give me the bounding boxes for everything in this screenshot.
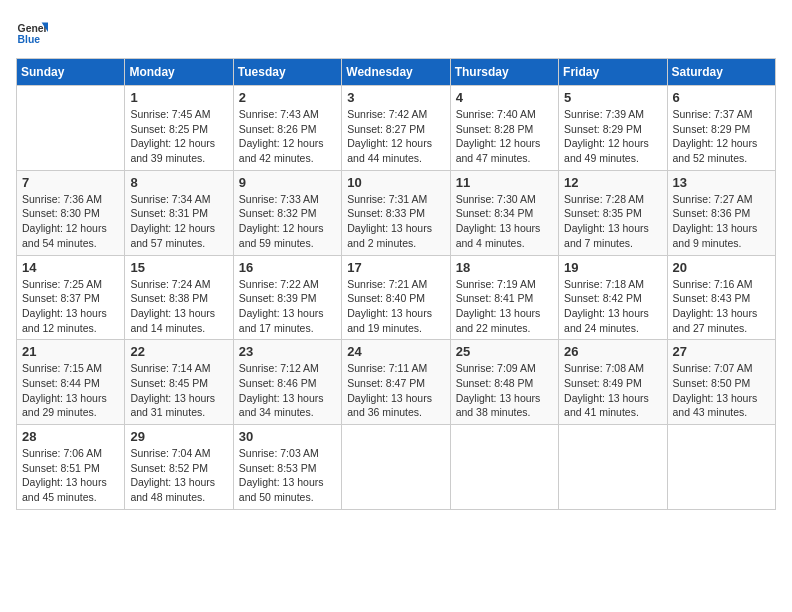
day-number: 23 xyxy=(239,344,336,359)
day-number: 3 xyxy=(347,90,444,105)
day-number: 6 xyxy=(673,90,770,105)
day-number: 17 xyxy=(347,260,444,275)
header: General Blue xyxy=(16,16,776,48)
calendar-cell xyxy=(17,86,125,171)
column-header-tuesday: Tuesday xyxy=(233,59,341,86)
calendar-cell xyxy=(450,425,558,510)
day-number: 4 xyxy=(456,90,553,105)
day-info: Sunrise: 7:06 AMSunset: 8:51 PMDaylight:… xyxy=(22,446,119,505)
day-info: Sunrise: 7:22 AMSunset: 8:39 PMDaylight:… xyxy=(239,277,336,336)
day-number: 22 xyxy=(130,344,227,359)
day-number: 16 xyxy=(239,260,336,275)
day-info: Sunrise: 7:39 AMSunset: 8:29 PMDaylight:… xyxy=(564,107,661,166)
day-number: 26 xyxy=(564,344,661,359)
day-number: 15 xyxy=(130,260,227,275)
column-header-thursday: Thursday xyxy=(450,59,558,86)
calendar-cell: 10Sunrise: 7:31 AMSunset: 8:33 PMDayligh… xyxy=(342,170,450,255)
calendar-cell: 12Sunrise: 7:28 AMSunset: 8:35 PMDayligh… xyxy=(559,170,667,255)
day-number: 18 xyxy=(456,260,553,275)
day-info: Sunrise: 7:34 AMSunset: 8:31 PMDaylight:… xyxy=(130,192,227,251)
calendar-cell: 18Sunrise: 7:19 AMSunset: 8:41 PMDayligh… xyxy=(450,255,558,340)
calendar-cell: 1Sunrise: 7:45 AMSunset: 8:25 PMDaylight… xyxy=(125,86,233,171)
calendar-cell: 20Sunrise: 7:16 AMSunset: 8:43 PMDayligh… xyxy=(667,255,775,340)
day-number: 14 xyxy=(22,260,119,275)
day-info: Sunrise: 7:43 AMSunset: 8:26 PMDaylight:… xyxy=(239,107,336,166)
calendar-cell: 8Sunrise: 7:34 AMSunset: 8:31 PMDaylight… xyxy=(125,170,233,255)
week-row-2: 7Sunrise: 7:36 AMSunset: 8:30 PMDaylight… xyxy=(17,170,776,255)
day-info: Sunrise: 7:27 AMSunset: 8:36 PMDaylight:… xyxy=(673,192,770,251)
day-info: Sunrise: 7:45 AMSunset: 8:25 PMDaylight:… xyxy=(130,107,227,166)
day-number: 27 xyxy=(673,344,770,359)
week-row-5: 28Sunrise: 7:06 AMSunset: 8:51 PMDayligh… xyxy=(17,425,776,510)
column-header-sunday: Sunday xyxy=(17,59,125,86)
day-number: 10 xyxy=(347,175,444,190)
calendar-cell xyxy=(667,425,775,510)
calendar-cell: 21Sunrise: 7:15 AMSunset: 8:44 PMDayligh… xyxy=(17,340,125,425)
day-number: 1 xyxy=(130,90,227,105)
calendar-cell xyxy=(559,425,667,510)
day-info: Sunrise: 7:03 AMSunset: 8:53 PMDaylight:… xyxy=(239,446,336,505)
day-info: Sunrise: 7:19 AMSunset: 8:41 PMDaylight:… xyxy=(456,277,553,336)
day-number: 13 xyxy=(673,175,770,190)
calendar-cell: 25Sunrise: 7:09 AMSunset: 8:48 PMDayligh… xyxy=(450,340,558,425)
calendar-table: SundayMondayTuesdayWednesdayThursdayFrid… xyxy=(16,58,776,510)
day-number: 2 xyxy=(239,90,336,105)
day-number: 11 xyxy=(456,175,553,190)
day-info: Sunrise: 7:40 AMSunset: 8:28 PMDaylight:… xyxy=(456,107,553,166)
calendar-cell: 28Sunrise: 7:06 AMSunset: 8:51 PMDayligh… xyxy=(17,425,125,510)
calendar-cell: 2Sunrise: 7:43 AMSunset: 8:26 PMDaylight… xyxy=(233,86,341,171)
day-number: 9 xyxy=(239,175,336,190)
calendar-cell: 11Sunrise: 7:30 AMSunset: 8:34 PMDayligh… xyxy=(450,170,558,255)
day-info: Sunrise: 7:04 AMSunset: 8:52 PMDaylight:… xyxy=(130,446,227,505)
calendar-cell: 22Sunrise: 7:14 AMSunset: 8:45 PMDayligh… xyxy=(125,340,233,425)
calendar-cell: 26Sunrise: 7:08 AMSunset: 8:49 PMDayligh… xyxy=(559,340,667,425)
calendar-cell: 30Sunrise: 7:03 AMSunset: 8:53 PMDayligh… xyxy=(233,425,341,510)
day-number: 28 xyxy=(22,429,119,444)
calendar-cell: 29Sunrise: 7:04 AMSunset: 8:52 PMDayligh… xyxy=(125,425,233,510)
column-header-saturday: Saturday xyxy=(667,59,775,86)
day-number: 8 xyxy=(130,175,227,190)
day-info: Sunrise: 7:37 AMSunset: 8:29 PMDaylight:… xyxy=(673,107,770,166)
day-info: Sunrise: 7:08 AMSunset: 8:49 PMDaylight:… xyxy=(564,361,661,420)
calendar-cell: 19Sunrise: 7:18 AMSunset: 8:42 PMDayligh… xyxy=(559,255,667,340)
day-info: Sunrise: 7:33 AMSunset: 8:32 PMDaylight:… xyxy=(239,192,336,251)
logo: General Blue xyxy=(16,16,52,48)
calendar-cell: 9Sunrise: 7:33 AMSunset: 8:32 PMDaylight… xyxy=(233,170,341,255)
calendar-cell: 7Sunrise: 7:36 AMSunset: 8:30 PMDaylight… xyxy=(17,170,125,255)
week-row-1: 1Sunrise: 7:45 AMSunset: 8:25 PMDaylight… xyxy=(17,86,776,171)
day-info: Sunrise: 7:15 AMSunset: 8:44 PMDaylight:… xyxy=(22,361,119,420)
svg-text:Blue: Blue xyxy=(18,34,41,45)
day-info: Sunrise: 7:18 AMSunset: 8:42 PMDaylight:… xyxy=(564,277,661,336)
logo-icon: General Blue xyxy=(16,16,48,48)
day-info: Sunrise: 7:24 AMSunset: 8:38 PMDaylight:… xyxy=(130,277,227,336)
week-row-4: 21Sunrise: 7:15 AMSunset: 8:44 PMDayligh… xyxy=(17,340,776,425)
day-info: Sunrise: 7:09 AMSunset: 8:48 PMDaylight:… xyxy=(456,361,553,420)
calendar-cell: 17Sunrise: 7:21 AMSunset: 8:40 PMDayligh… xyxy=(342,255,450,340)
header-row: SundayMondayTuesdayWednesdayThursdayFrid… xyxy=(17,59,776,86)
calendar-cell: 16Sunrise: 7:22 AMSunset: 8:39 PMDayligh… xyxy=(233,255,341,340)
calendar-cell: 23Sunrise: 7:12 AMSunset: 8:46 PMDayligh… xyxy=(233,340,341,425)
calendar-cell: 13Sunrise: 7:27 AMSunset: 8:36 PMDayligh… xyxy=(667,170,775,255)
day-info: Sunrise: 7:25 AMSunset: 8:37 PMDaylight:… xyxy=(22,277,119,336)
calendar-cell: 6Sunrise: 7:37 AMSunset: 8:29 PMDaylight… xyxy=(667,86,775,171)
day-number: 29 xyxy=(130,429,227,444)
day-number: 7 xyxy=(22,175,119,190)
day-number: 21 xyxy=(22,344,119,359)
calendar-cell: 27Sunrise: 7:07 AMSunset: 8:50 PMDayligh… xyxy=(667,340,775,425)
day-info: Sunrise: 7:42 AMSunset: 8:27 PMDaylight:… xyxy=(347,107,444,166)
day-number: 19 xyxy=(564,260,661,275)
calendar-cell xyxy=(342,425,450,510)
day-info: Sunrise: 7:36 AMSunset: 8:30 PMDaylight:… xyxy=(22,192,119,251)
calendar-cell: 14Sunrise: 7:25 AMSunset: 8:37 PMDayligh… xyxy=(17,255,125,340)
calendar-cell: 15Sunrise: 7:24 AMSunset: 8:38 PMDayligh… xyxy=(125,255,233,340)
day-info: Sunrise: 7:14 AMSunset: 8:45 PMDaylight:… xyxy=(130,361,227,420)
column-header-friday: Friday xyxy=(559,59,667,86)
calendar-cell: 3Sunrise: 7:42 AMSunset: 8:27 PMDaylight… xyxy=(342,86,450,171)
day-number: 24 xyxy=(347,344,444,359)
day-info: Sunrise: 7:30 AMSunset: 8:34 PMDaylight:… xyxy=(456,192,553,251)
day-info: Sunrise: 7:07 AMSunset: 8:50 PMDaylight:… xyxy=(673,361,770,420)
day-number: 5 xyxy=(564,90,661,105)
day-info: Sunrise: 7:31 AMSunset: 8:33 PMDaylight:… xyxy=(347,192,444,251)
day-number: 20 xyxy=(673,260,770,275)
calendar-cell: 24Sunrise: 7:11 AMSunset: 8:47 PMDayligh… xyxy=(342,340,450,425)
